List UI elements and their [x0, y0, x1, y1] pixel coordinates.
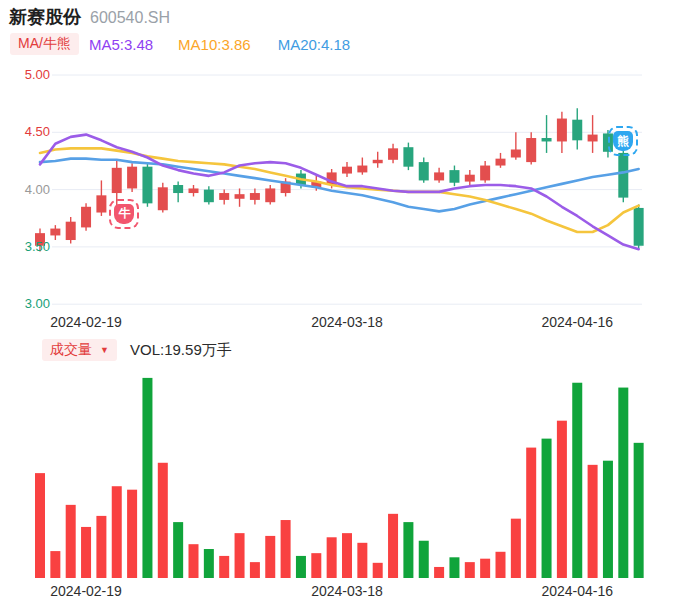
- x-axis-label: 2024-02-19: [50, 314, 122, 330]
- bear-shield-glyph: 熊: [613, 131, 633, 151]
- volume-type-label: 成交量: [50, 341, 92, 359]
- y-axis-label: 4.50: [8, 124, 50, 140]
- x-axis-label: 2024-03-18: [311, 314, 383, 330]
- price-volume-chart[interactable]: [0, 0, 686, 606]
- y-axis-label: 5.00: [8, 67, 50, 83]
- x-axis-label: 2024-04-16: [541, 583, 613, 599]
- bull-shield-glyph: 牛: [114, 204, 134, 224]
- volume-type-dropdown[interactable]: 成交量 ▼: [42, 339, 117, 361]
- y-axis-label: 3.50: [8, 239, 50, 255]
- volume-value-label: VOL:19.59万手: [130, 341, 232, 360]
- bear-marker-icon[interactable]: 熊: [608, 126, 638, 156]
- x-axis-label: 2024-02-19: [50, 583, 122, 599]
- x-axis-label: 2024-04-16: [541, 314, 613, 330]
- volume-section-header: 成交量 ▼: [42, 339, 117, 361]
- y-axis-label: 4.00: [8, 182, 50, 198]
- bull-marker-icon[interactable]: 牛: [109, 199, 139, 229]
- x-axis-label: 2024-03-18: [311, 583, 383, 599]
- y-axis-label: 3.00: [8, 296, 50, 312]
- caret-down-icon: ▼: [100, 345, 109, 355]
